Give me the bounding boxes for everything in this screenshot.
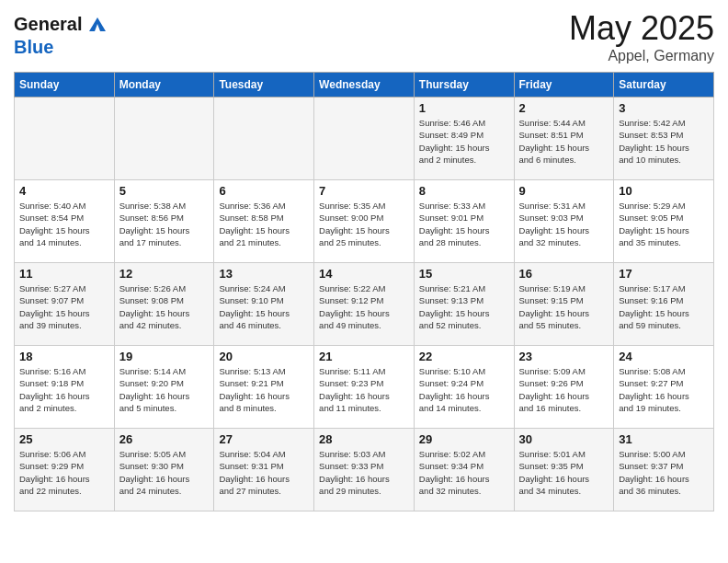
day-info: Sunrise: 5:03 AMSunset: 9:33 PMDaylight:… (319, 448, 409, 497)
day-number: 10 (619, 184, 709, 198)
day-cell: 19Sunrise: 5:14 AMSunset: 9:20 PMDayligh… (114, 346, 214, 429)
day-number: 30 (519, 432, 609, 446)
day-number: 13 (219, 267, 309, 281)
day-info: Sunrise: 5:16 AMSunset: 9:18 PMDaylight:… (19, 365, 109, 414)
logo-blue: Blue (14, 37, 108, 57)
day-info: Sunrise: 5:36 AMSunset: 8:58 PMDaylight:… (219, 200, 309, 248)
day-number: 20 (219, 350, 309, 363)
header: General Blue May 2025 Appel, Germany (14, 9, 714, 64)
day-info: Sunrise: 5:40 AMSunset: 8:54 PMDaylight:… (19, 200, 109, 248)
day-info: Sunrise: 5:29 AMSunset: 9:05 PMDaylight:… (619, 200, 709, 248)
day-number: 5 (119, 184, 210, 198)
day-cell: 18Sunrise: 5:16 AMSunset: 9:18 PMDayligh… (15, 346, 115, 429)
day-number: 25 (19, 432, 109, 446)
day-number: 1 (419, 101, 509, 115)
day-cell (214, 98, 314, 180)
day-number: 21 (319, 350, 409, 363)
weekday-header-thursday: Thursday (414, 73, 514, 98)
day-cell: 10Sunrise: 5:29 AMSunset: 9:05 PMDayligh… (614, 180, 714, 263)
day-cell: 30Sunrise: 5:01 AMSunset: 9:35 PMDayligh… (514, 429, 614, 511)
weekday-header-friday: Friday (514, 73, 614, 98)
month-title: May 2025 (569, 9, 714, 48)
weekday-header-sunday: Sunday (15, 73, 115, 98)
logo-general: General (14, 14, 108, 37)
day-info: Sunrise: 5:38 AMSunset: 8:56 PMDaylight:… (119, 200, 210, 248)
day-cell (314, 98, 415, 180)
day-cell: 28Sunrise: 5:03 AMSunset: 9:33 PMDayligh… (314, 429, 415, 511)
day-info: Sunrise: 5:44 AMSunset: 8:51 PMDaylight:… (519, 117, 609, 166)
day-info: Sunrise: 5:35 AMSunset: 9:00 PMDaylight:… (319, 200, 409, 248)
day-number: 2 (519, 101, 609, 115)
day-cell: 24Sunrise: 5:08 AMSunset: 9:27 PMDayligh… (614, 346, 714, 429)
day-info: Sunrise: 5:11 AMSunset: 9:23 PMDaylight:… (319, 365, 409, 414)
day-cell: 12Sunrise: 5:26 AMSunset: 9:08 PMDayligh… (114, 263, 214, 346)
day-number: 26 (119, 432, 210, 446)
calendar-container: General Blue May 2025 Appel, Germany Sun… (0, 0, 728, 521)
day-number: 15 (419, 267, 509, 281)
day-cell: 22Sunrise: 5:10 AMSunset: 9:24 PMDayligh… (414, 346, 514, 429)
weekday-header-wednesday: Wednesday (314, 73, 415, 98)
day-info: Sunrise: 5:31 AMSunset: 9:03 PMDaylight:… (519, 200, 609, 248)
day-info: Sunrise: 5:04 AMSunset: 9:31 PMDaylight:… (219, 448, 309, 497)
week-row-1: 1Sunrise: 5:46 AMSunset: 8:49 PMDaylight… (15, 98, 714, 180)
day-cell (15, 98, 115, 180)
logo: General Blue (14, 14, 108, 57)
day-number: 7 (319, 184, 409, 198)
day-info: Sunrise: 5:21 AMSunset: 9:13 PMDaylight:… (419, 282, 509, 331)
day-cell: 3Sunrise: 5:42 AMSunset: 8:53 PMDaylight… (614, 98, 714, 180)
day-number: 29 (419, 432, 509, 446)
day-cell: 14Sunrise: 5:22 AMSunset: 9:12 PMDayligh… (314, 263, 415, 346)
day-info: Sunrise: 5:33 AMSunset: 9:01 PMDaylight:… (419, 200, 509, 248)
day-number: 24 (619, 350, 709, 363)
day-number: 11 (19, 267, 109, 281)
title-block: May 2025 Appel, Germany (569, 9, 714, 64)
day-info: Sunrise: 5:27 AMSunset: 9:07 PMDaylight:… (19, 282, 109, 331)
location: Appel, Germany (569, 48, 714, 64)
day-info: Sunrise: 5:01 AMSunset: 9:35 PMDaylight:… (519, 448, 609, 497)
day-number: 22 (419, 350, 509, 363)
day-cell: 8Sunrise: 5:33 AMSunset: 9:01 PMDaylight… (414, 180, 514, 263)
logo-icon (87, 15, 108, 35)
day-number: 12 (119, 267, 210, 281)
day-cell: 31Sunrise: 5:00 AMSunset: 9:37 PMDayligh… (614, 429, 714, 511)
day-info: Sunrise: 5:10 AMSunset: 9:24 PMDaylight:… (419, 365, 509, 414)
weekday-header-row: SundayMondayTuesdayWednesdayThursdayFrid… (15, 73, 714, 98)
day-cell: 25Sunrise: 5:06 AMSunset: 9:29 PMDayligh… (15, 429, 115, 511)
day-info: Sunrise: 5:13 AMSunset: 9:21 PMDaylight:… (219, 365, 309, 414)
week-row-3: 11Sunrise: 5:27 AMSunset: 9:07 PMDayligh… (15, 263, 714, 346)
day-info: Sunrise: 5:05 AMSunset: 9:30 PMDaylight:… (119, 448, 210, 497)
day-number: 23 (519, 350, 609, 363)
day-number: 3 (619, 101, 709, 115)
calendar-table: SundayMondayTuesdayWednesdayThursdayFrid… (14, 72, 714, 511)
day-number: 27 (219, 432, 309, 446)
day-number: 19 (119, 350, 210, 363)
day-number: 17 (619, 267, 709, 281)
day-cell: 16Sunrise: 5:19 AMSunset: 9:15 PMDayligh… (514, 263, 614, 346)
day-info: Sunrise: 5:22 AMSunset: 9:12 PMDaylight:… (319, 282, 409, 331)
day-cell: 26Sunrise: 5:05 AMSunset: 9:30 PMDayligh… (114, 429, 214, 511)
day-number: 6 (219, 184, 309, 198)
day-info: Sunrise: 5:06 AMSunset: 9:29 PMDaylight:… (19, 448, 109, 497)
weekday-header-monday: Monday (114, 73, 214, 98)
week-row-4: 18Sunrise: 5:16 AMSunset: 9:18 PMDayligh… (15, 346, 714, 429)
day-cell: 29Sunrise: 5:02 AMSunset: 9:34 PMDayligh… (414, 429, 514, 511)
day-cell (114, 98, 214, 180)
week-row-2: 4Sunrise: 5:40 AMSunset: 8:54 PMDaylight… (15, 180, 714, 263)
day-info: Sunrise: 5:08 AMSunset: 9:27 PMDaylight:… (619, 365, 709, 414)
day-info: Sunrise: 5:17 AMSunset: 9:16 PMDaylight:… (619, 282, 709, 331)
day-info: Sunrise: 5:19 AMSunset: 9:15 PMDaylight:… (519, 282, 609, 331)
day-cell: 7Sunrise: 5:35 AMSunset: 9:00 PMDaylight… (314, 180, 415, 263)
day-info: Sunrise: 5:46 AMSunset: 8:49 PMDaylight:… (419, 117, 509, 166)
day-info: Sunrise: 5:09 AMSunset: 9:26 PMDaylight:… (519, 365, 609, 414)
day-cell: 17Sunrise: 5:17 AMSunset: 9:16 PMDayligh… (614, 263, 714, 346)
day-cell: 15Sunrise: 5:21 AMSunset: 9:13 PMDayligh… (414, 263, 514, 346)
day-info: Sunrise: 5:14 AMSunset: 9:20 PMDaylight:… (119, 365, 210, 414)
day-cell: 6Sunrise: 5:36 AMSunset: 8:58 PMDaylight… (214, 180, 314, 263)
day-number: 8 (419, 184, 509, 198)
day-cell: 4Sunrise: 5:40 AMSunset: 8:54 PMDaylight… (15, 180, 115, 263)
day-cell: 23Sunrise: 5:09 AMSunset: 9:26 PMDayligh… (514, 346, 614, 429)
day-info: Sunrise: 5:42 AMSunset: 8:53 PMDaylight:… (619, 117, 709, 166)
week-row-5: 25Sunrise: 5:06 AMSunset: 9:29 PMDayligh… (15, 429, 714, 511)
day-number: 18 (19, 350, 109, 363)
day-number: 16 (519, 267, 609, 281)
